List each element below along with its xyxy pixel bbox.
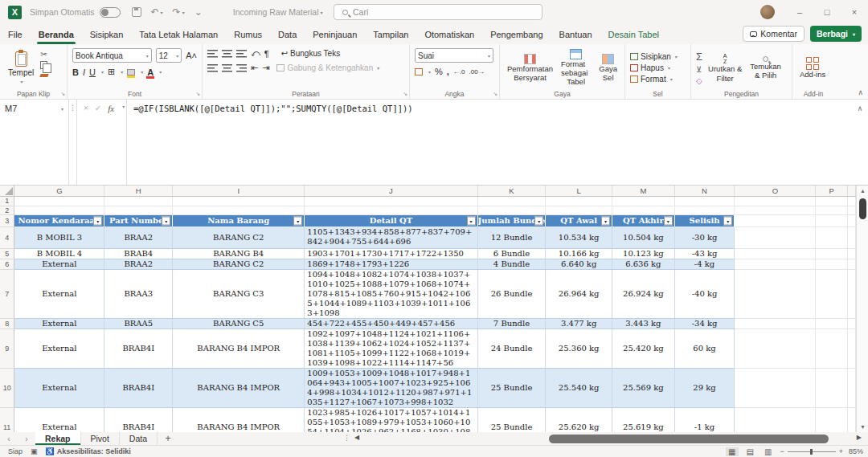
ribbon-tab-peninjauan[interactable]: Peninjauan bbox=[305, 26, 365, 43]
accounting-format-icon[interactable] bbox=[415, 68, 423, 75]
cell-P8[interactable] bbox=[816, 318, 848, 328]
table-header-nama-barang[interactable]: Nama Barang▾ bbox=[173, 214, 305, 226]
cell-J1[interactable] bbox=[305, 196, 477, 206]
font-size-combobox[interactable]: 12 ▾ bbox=[156, 48, 182, 63]
row-header-8[interactable]: 8 bbox=[0, 318, 14, 328]
cell-M5[interactable]: 10.123 kg bbox=[612, 248, 675, 259]
cell-H6[interactable]: BRAA2 bbox=[104, 259, 173, 269]
cell-G2[interactable] bbox=[14, 206, 104, 214]
fx-caret-icon[interactable]: ▾ bbox=[122, 104, 125, 185]
row-header-11[interactable]: 11 bbox=[0, 407, 14, 432]
column-header-H[interactable]: H bbox=[104, 186, 173, 196]
horizontal-scrollbar[interactable] bbox=[366, 435, 834, 443]
cell-M6[interactable]: 6.636 kg bbox=[612, 259, 675, 269]
column-header-K[interactable]: K bbox=[477, 186, 546, 196]
sheet-nav-prev-icon[interactable]: ‹ bbox=[0, 432, 18, 445]
cell-H11[interactable]: BRAB4I bbox=[104, 407, 173, 432]
cell-J6[interactable]: 1869+1748+1793+1226 bbox=[305, 259, 477, 269]
cell-P5[interactable] bbox=[816, 248, 848, 259]
sheet-tab-data[interactable]: Data bbox=[120, 432, 158, 445]
cell-P4[interactable] bbox=[816, 226, 848, 248]
row-header-5[interactable]: 5 bbox=[0, 248, 14, 259]
row-header-4[interactable]: 4 bbox=[0, 226, 14, 248]
cell-L2[interactable] bbox=[546, 206, 612, 214]
excel-logo-icon[interactable]: X bbox=[8, 6, 22, 19]
maximize-button[interactable]: □ bbox=[813, 0, 841, 24]
borders-caret-icon[interactable]: ▾ bbox=[121, 69, 123, 75]
zoom-in-icon[interactable]: + bbox=[839, 447, 843, 455]
cell-J2[interactable] bbox=[305, 206, 477, 214]
column-header-J[interactable]: J bbox=[305, 186, 477, 196]
ribbon-tab-rumus[interactable]: Rumus bbox=[226, 26, 270, 43]
cell-N7[interactable]: -40 kg bbox=[674, 269, 735, 318]
filter-button[interactable]: ▾ bbox=[467, 216, 476, 225]
document-title-caret-icon[interactable]: ▾ bbox=[321, 10, 323, 15]
cell-O9[interactable] bbox=[735, 328, 816, 368]
zoom-slider[interactable]: − + bbox=[780, 447, 843, 455]
ribbon-tab-tampilan[interactable]: Tampilan bbox=[365, 26, 416, 43]
insert-cells-button[interactable]: Sisipkan ▾ bbox=[630, 52, 686, 61]
cell-I4[interactable]: BARANG C2 bbox=[173, 226, 305, 248]
row-header-3[interactable]: 3 bbox=[0, 214, 14, 226]
paste-button[interactable]: Tempel ▾ bbox=[5, 48, 37, 88]
underline-button[interactable]: U bbox=[89, 67, 96, 77]
cell-N2[interactable] bbox=[674, 206, 735, 214]
cell-L6[interactable]: 6.640 kg bbox=[546, 259, 612, 269]
cell-I5[interactable]: BARANG B4 bbox=[173, 248, 305, 259]
minimize-button[interactable]: – bbox=[786, 0, 813, 24]
borders-icon[interactable]: ⊞ bbox=[108, 67, 115, 77]
table-header-qt-akhir[interactable]: QT Akhir▾ bbox=[612, 214, 675, 226]
font-color-caret-icon[interactable]: ▾ bbox=[159, 69, 162, 75]
cell-H1[interactable] bbox=[104, 196, 173, 206]
table-header-selisih[interactable]: Selisih▾ bbox=[674, 214, 735, 226]
text-direction-icon[interactable]: ¶ bbox=[264, 49, 269, 59]
cell-H8[interactable]: BRAA5 bbox=[104, 318, 173, 328]
cell-P6[interactable] bbox=[816, 259, 848, 269]
undo-caret-icon[interactable]: ▾ bbox=[161, 10, 163, 15]
formula-bar-dots-icon[interactable]: ⋮ bbox=[69, 100, 77, 185]
zoom-thumb[interactable] bbox=[810, 449, 813, 455]
conditional-formatting-button[interactable]: Pemformatan Bersyarat bbox=[505, 48, 555, 88]
sheetbar-dots-icon[interactable]: ⋮ bbox=[343, 434, 350, 442]
close-button[interactable]: × bbox=[841, 0, 868, 24]
sort-filter-button[interactable]: AZ Urutkan & Filter bbox=[706, 48, 744, 88]
cut-icon[interactable]: ✂ bbox=[40, 50, 48, 59]
redo-caret-icon[interactable]: ▾ bbox=[182, 10, 185, 15]
cell-L8[interactable]: 3.477 kg bbox=[546, 318, 612, 328]
cell-H10[interactable]: BRAB4I bbox=[104, 368, 173, 407]
increase-indent-icon[interactable]: ⇥ bbox=[262, 63, 269, 73]
table-header-jumlah-bundle[interactable]: Jumlah Bundle▾ bbox=[477, 214, 546, 226]
cell-P3[interactable] bbox=[816, 214, 848, 226]
normal-view-icon[interactable]: ▦ bbox=[726, 447, 738, 456]
cell-K1[interactable] bbox=[477, 196, 546, 206]
share-button[interactable]: Berbagi ▾ bbox=[810, 26, 862, 42]
cell-O4[interactable] bbox=[735, 226, 816, 248]
cell-G6[interactable]: External bbox=[14, 259, 104, 269]
percent-style-icon[interactable]: % bbox=[435, 67, 443, 76]
cell-K6[interactable]: 4 Bundle bbox=[477, 259, 546, 269]
formula-bar-collapse-icon[interactable]: ∧ bbox=[852, 100, 868, 185]
autosum-icon[interactable]: Σ bbox=[696, 51, 702, 63]
ribbon-tab-beranda[interactable]: Beranda bbox=[31, 26, 82, 43]
comments-button[interactable]: Komentar bbox=[743, 26, 805, 42]
ribbon-tab-pengembang[interactable]: Pengembang bbox=[482, 26, 551, 43]
cell-G7[interactable]: External bbox=[14, 269, 104, 318]
cell-O1[interactable] bbox=[735, 196, 816, 206]
insert-function-icon[interactable]: fx bbox=[108, 104, 114, 185]
row-header-9[interactable]: 9 bbox=[0, 328, 14, 368]
collapse-ribbon-icon[interactable]: ∧ bbox=[858, 88, 863, 96]
row-header-1[interactable]: 1 bbox=[0, 196, 14, 206]
cell-M10[interactable]: 25.569 kg bbox=[612, 368, 675, 407]
cell-L5[interactable]: 10.166 kg bbox=[546, 248, 612, 259]
cell-x1[interactable] bbox=[848, 196, 856, 206]
scroll-up-icon[interactable]: ▲ bbox=[857, 186, 868, 196]
column-header-I[interactable]: I bbox=[173, 186, 305, 196]
find-select-button[interactable]: Temukan & Pilih bbox=[747, 48, 784, 88]
quick-access-more-icon[interactable]: ⌄ bbox=[194, 6, 203, 18]
cell-P7[interactable] bbox=[816, 269, 848, 318]
new-sheet-button[interactable]: + bbox=[158, 432, 178, 445]
cell-K11[interactable]: 25 Bundle bbox=[477, 407, 546, 432]
cell-M8[interactable]: 3.443 kg bbox=[612, 318, 675, 328]
horizontal-scrollbar-thumb[interactable] bbox=[549, 435, 829, 443]
cell-K5[interactable]: 6 Bundle bbox=[477, 248, 546, 259]
